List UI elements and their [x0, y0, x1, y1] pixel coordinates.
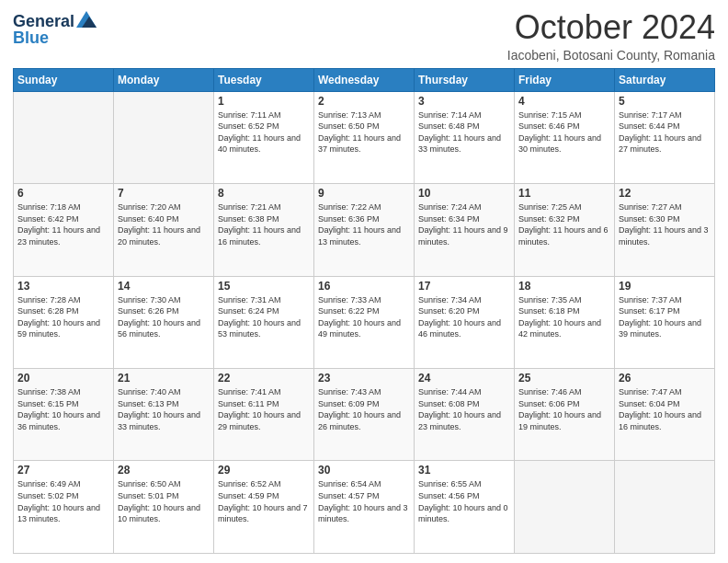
- day-number: 18: [518, 280, 610, 293]
- calendar-cell: [14, 91, 114, 183]
- calendar-cell: 7Sunrise: 7:20 AM Sunset: 6:40 PM Daylig…: [114, 184, 214, 276]
- calendar-cell: 14Sunrise: 7:30 AM Sunset: 6:26 PM Dayli…: [114, 276, 214, 368]
- header: General Blue October 2024 Iacobeni, Boto…: [13, 9, 715, 63]
- day-number: 19: [619, 280, 711, 293]
- calendar-week-row: 27Sunrise: 6:49 AM Sunset: 5:02 PM Dayli…: [14, 461, 715, 554]
- logo-blue: Blue: [13, 29, 49, 46]
- calendar-cell: 12Sunrise: 7:27 AM Sunset: 6:30 PM Dayli…: [615, 184, 715, 276]
- calendar-cell: 26Sunrise: 7:47 AM Sunset: 6:04 PM Dayli…: [615, 369, 715, 461]
- day-info: Sunrise: 7:25 AM Sunset: 6:32 PM Dayligh…: [518, 201, 610, 247]
- day-number: 7: [118, 187, 210, 200]
- weekday-tuesday: Tuesday: [214, 68, 314, 91]
- day-info: Sunrise: 6:54 AM Sunset: 4:57 PM Dayligh…: [318, 478, 410, 524]
- day-info: Sunrise: 7:35 AM Sunset: 6:18 PM Dayligh…: [518, 294, 610, 340]
- calendar-week-row: 13Sunrise: 7:28 AM Sunset: 6:28 PM Dayli…: [14, 276, 715, 368]
- calendar-table: SundayMondayTuesdayWednesdayThursdayFrid…: [13, 68, 715, 554]
- day-number: 30: [318, 464, 410, 477]
- day-number: 28: [118, 464, 210, 477]
- calendar-cell: 31Sunrise: 6:55 AM Sunset: 4:56 PM Dayli…: [415, 461, 515, 554]
- day-number: 29: [218, 464, 310, 477]
- month-title: October 2024: [507, 9, 715, 46]
- calendar-cell: 4Sunrise: 7:15 AM Sunset: 6:46 PM Daylig…: [515, 91, 615, 183]
- day-info: Sunrise: 7:20 AM Sunset: 6:40 PM Dayligh…: [118, 201, 210, 247]
- calendar-cell: 9Sunrise: 7:22 AM Sunset: 6:36 PM Daylig…: [314, 184, 415, 276]
- weekday-wednesday: Wednesday: [314, 68, 415, 91]
- day-info: Sunrise: 7:27 AM Sunset: 6:30 PM Dayligh…: [619, 201, 711, 247]
- day-info: Sunrise: 7:18 AM Sunset: 6:42 PM Dayligh…: [17, 201, 109, 247]
- day-number: 31: [418, 464, 510, 477]
- calendar-cell: 6Sunrise: 7:18 AM Sunset: 6:42 PM Daylig…: [14, 184, 114, 276]
- logo-icon: [76, 11, 97, 28]
- logo: General Blue: [13, 9, 97, 46]
- day-number: 16: [318, 280, 410, 293]
- day-number: 22: [218, 372, 310, 385]
- weekday-friday: Friday: [515, 68, 615, 91]
- calendar-cell: 21Sunrise: 7:40 AM Sunset: 6:13 PM Dayli…: [114, 369, 214, 461]
- day-info: Sunrise: 6:52 AM Sunset: 4:59 PM Dayligh…: [218, 478, 310, 524]
- day-info: Sunrise: 7:13 AM Sunset: 6:50 PM Dayligh…: [318, 109, 410, 155]
- weekday-thursday: Thursday: [415, 68, 515, 91]
- calendar-cell: 19Sunrise: 7:37 AM Sunset: 6:17 PM Dayli…: [615, 276, 715, 368]
- day-info: Sunrise: 7:24 AM Sunset: 6:34 PM Dayligh…: [418, 201, 510, 247]
- day-info: Sunrise: 7:22 AM Sunset: 6:36 PM Dayligh…: [318, 201, 410, 247]
- calendar-cell: 16Sunrise: 7:33 AM Sunset: 6:22 PM Dayli…: [314, 276, 415, 368]
- day-number: 25: [518, 372, 610, 385]
- day-info: Sunrise: 7:34 AM Sunset: 6:20 PM Dayligh…: [418, 294, 510, 340]
- weekday-saturday: Saturday: [615, 68, 715, 91]
- calendar-cell: 13Sunrise: 7:28 AM Sunset: 6:28 PM Dayli…: [14, 276, 114, 368]
- day-info: Sunrise: 7:46 AM Sunset: 6:06 PM Dayligh…: [518, 386, 610, 432]
- day-number: 15: [218, 280, 310, 293]
- title-section: October 2024 Iacobeni, Botosani County, …: [507, 9, 715, 63]
- calendar-cell: 28Sunrise: 6:50 AM Sunset: 5:01 PM Dayli…: [114, 461, 214, 554]
- day-number: 5: [619, 95, 711, 108]
- day-info: Sunrise: 7:11 AM Sunset: 6:52 PM Dayligh…: [218, 109, 310, 155]
- day-info: Sunrise: 7:15 AM Sunset: 6:46 PM Dayligh…: [518, 109, 610, 155]
- day-number: 23: [318, 372, 410, 385]
- day-info: Sunrise: 7:41 AM Sunset: 6:11 PM Dayligh…: [218, 386, 310, 432]
- day-number: 12: [619, 187, 711, 200]
- day-number: 11: [518, 187, 610, 200]
- calendar-cell: 25Sunrise: 7:46 AM Sunset: 6:06 PM Dayli…: [515, 369, 615, 461]
- weekday-sunday: Sunday: [14, 68, 114, 91]
- calendar-week-row: 20Sunrise: 7:38 AM Sunset: 6:15 PM Dayli…: [14, 369, 715, 461]
- page: General Blue October 2024 Iacobeni, Boto…: [0, 0, 728, 563]
- day-info: Sunrise: 7:14 AM Sunset: 6:48 PM Dayligh…: [418, 109, 510, 155]
- calendar-cell: 27Sunrise: 6:49 AM Sunset: 5:02 PM Dayli…: [14, 461, 114, 554]
- day-info: Sunrise: 7:30 AM Sunset: 6:26 PM Dayligh…: [118, 294, 210, 340]
- calendar-cell: 1Sunrise: 7:11 AM Sunset: 6:52 PM Daylig…: [214, 91, 314, 183]
- day-number: 4: [518, 95, 610, 108]
- calendar-week-row: 6Sunrise: 7:18 AM Sunset: 6:42 PM Daylig…: [14, 184, 715, 276]
- day-number: 9: [318, 187, 410, 200]
- calendar-cell: [615, 461, 715, 554]
- calendar-cell: 20Sunrise: 7:38 AM Sunset: 6:15 PM Dayli…: [14, 369, 114, 461]
- calendar-cell: 11Sunrise: 7:25 AM Sunset: 6:32 PM Dayli…: [515, 184, 615, 276]
- day-number: 3: [418, 95, 510, 108]
- calendar-cell: 8Sunrise: 7:21 AM Sunset: 6:38 PM Daylig…: [214, 184, 314, 276]
- day-number: 26: [619, 372, 711, 385]
- day-info: Sunrise: 6:55 AM Sunset: 4:56 PM Dayligh…: [418, 478, 510, 524]
- day-number: 17: [418, 280, 510, 293]
- calendar-cell: 22Sunrise: 7:41 AM Sunset: 6:11 PM Dayli…: [214, 369, 314, 461]
- weekday-monday: Monday: [114, 68, 214, 91]
- calendar-cell: 23Sunrise: 7:43 AM Sunset: 6:09 PM Dayli…: [314, 369, 415, 461]
- calendar-cell: 17Sunrise: 7:34 AM Sunset: 6:20 PM Dayli…: [415, 276, 515, 368]
- calendar-cell: 30Sunrise: 6:54 AM Sunset: 4:57 PM Dayli…: [314, 461, 415, 554]
- day-info: Sunrise: 7:21 AM Sunset: 6:38 PM Dayligh…: [218, 201, 310, 247]
- day-info: Sunrise: 7:37 AM Sunset: 6:17 PM Dayligh…: [619, 294, 711, 340]
- calendar-cell: 10Sunrise: 7:24 AM Sunset: 6:34 PM Dayli…: [415, 184, 515, 276]
- calendar-week-row: 1Sunrise: 7:11 AM Sunset: 6:52 PM Daylig…: [14, 91, 715, 183]
- day-number: 1: [218, 95, 310, 108]
- calendar-cell: 29Sunrise: 6:52 AM Sunset: 4:59 PM Dayli…: [214, 461, 314, 554]
- day-number: 21: [118, 372, 210, 385]
- day-info: Sunrise: 6:49 AM Sunset: 5:02 PM Dayligh…: [17, 478, 109, 524]
- day-number: 27: [17, 464, 109, 477]
- logo-general: General: [13, 13, 74, 29]
- day-number: 6: [17, 187, 109, 200]
- day-info: Sunrise: 7:38 AM Sunset: 6:15 PM Dayligh…: [17, 386, 109, 432]
- location-title: Iacobeni, Botosani County, Romania: [507, 48, 715, 63]
- calendar-cell: 15Sunrise: 7:31 AM Sunset: 6:24 PM Dayli…: [214, 276, 314, 368]
- calendar-cell: [515, 461, 615, 554]
- weekday-header-row: SundayMondayTuesdayWednesdayThursdayFrid…: [14, 68, 715, 91]
- day-number: 10: [418, 187, 510, 200]
- day-info: Sunrise: 7:43 AM Sunset: 6:09 PM Dayligh…: [318, 386, 410, 432]
